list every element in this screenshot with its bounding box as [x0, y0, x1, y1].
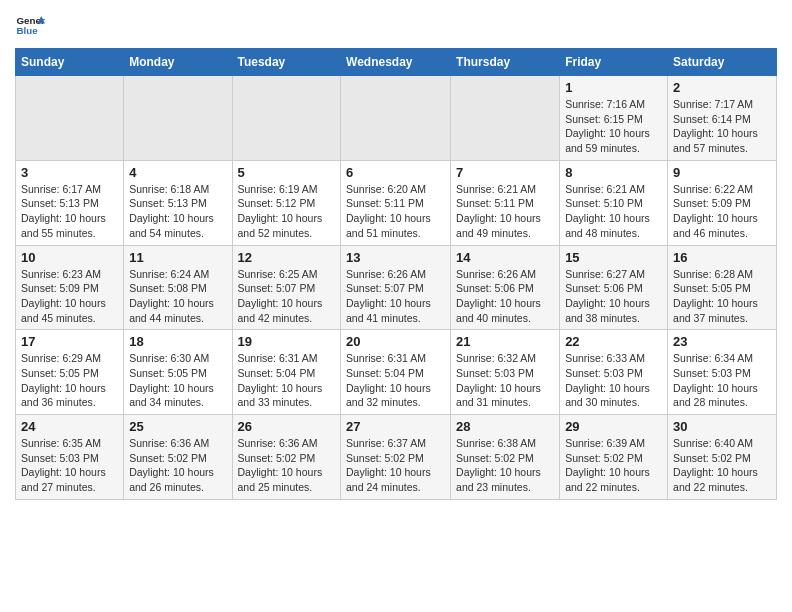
day-number: 12 [238, 250, 336, 265]
calendar-cell: 30Sunrise: 6:40 AM Sunset: 5:02 PM Dayli… [668, 415, 777, 500]
calendar-cell: 29Sunrise: 6:39 AM Sunset: 5:02 PM Dayli… [560, 415, 668, 500]
header: General Blue [15, 10, 777, 40]
day-number: 22 [565, 334, 662, 349]
col-header-thursday: Thursday [451, 49, 560, 76]
day-number: 17 [21, 334, 118, 349]
day-number: 25 [129, 419, 226, 434]
day-info: Sunrise: 6:40 AM Sunset: 5:02 PM Dayligh… [673, 437, 758, 493]
day-number: 27 [346, 419, 445, 434]
calendar-cell [451, 76, 560, 161]
logo-icon: General Blue [15, 10, 45, 40]
day-info: Sunrise: 6:35 AM Sunset: 5:03 PM Dayligh… [21, 437, 106, 493]
calendar-cell: 26Sunrise: 6:36 AM Sunset: 5:02 PM Dayli… [232, 415, 341, 500]
day-info: Sunrise: 6:32 AM Sunset: 5:03 PM Dayligh… [456, 352, 541, 408]
col-header-monday: Monday [124, 49, 232, 76]
calendar-cell: 13Sunrise: 6:26 AM Sunset: 5:07 PM Dayli… [341, 245, 451, 330]
day-info: Sunrise: 6:39 AM Sunset: 5:02 PM Dayligh… [565, 437, 650, 493]
day-info: Sunrise: 6:33 AM Sunset: 5:03 PM Dayligh… [565, 352, 650, 408]
calendar-cell: 8Sunrise: 6:21 AM Sunset: 5:10 PM Daylig… [560, 160, 668, 245]
calendar-cell: 11Sunrise: 6:24 AM Sunset: 5:08 PM Dayli… [124, 245, 232, 330]
day-info: Sunrise: 6:30 AM Sunset: 5:05 PM Dayligh… [129, 352, 214, 408]
calendar-cell: 7Sunrise: 6:21 AM Sunset: 5:11 PM Daylig… [451, 160, 560, 245]
calendar-table: SundayMondayTuesdayWednesdayThursdayFrid… [15, 48, 777, 500]
day-info: Sunrise: 6:20 AM Sunset: 5:11 PM Dayligh… [346, 183, 431, 239]
calendar-cell: 20Sunrise: 6:31 AM Sunset: 5:04 PM Dayli… [341, 330, 451, 415]
day-number: 10 [21, 250, 118, 265]
day-info: Sunrise: 6:37 AM Sunset: 5:02 PM Dayligh… [346, 437, 431, 493]
day-info: Sunrise: 6:26 AM Sunset: 5:07 PM Dayligh… [346, 268, 431, 324]
day-info: Sunrise: 6:22 AM Sunset: 5:09 PM Dayligh… [673, 183, 758, 239]
calendar-cell: 9Sunrise: 6:22 AM Sunset: 5:09 PM Daylig… [668, 160, 777, 245]
day-number: 19 [238, 334, 336, 349]
calendar-cell: 6Sunrise: 6:20 AM Sunset: 5:11 PM Daylig… [341, 160, 451, 245]
day-info: Sunrise: 6:31 AM Sunset: 5:04 PM Dayligh… [238, 352, 323, 408]
day-info: Sunrise: 6:23 AM Sunset: 5:09 PM Dayligh… [21, 268, 106, 324]
day-number: 21 [456, 334, 554, 349]
day-number: 11 [129, 250, 226, 265]
calendar-cell [16, 76, 124, 161]
day-info: Sunrise: 6:17 AM Sunset: 5:13 PM Dayligh… [21, 183, 106, 239]
day-info: Sunrise: 6:36 AM Sunset: 5:02 PM Dayligh… [238, 437, 323, 493]
calendar-cell: 2Sunrise: 7:17 AM Sunset: 6:14 PM Daylig… [668, 76, 777, 161]
col-header-wednesday: Wednesday [341, 49, 451, 76]
day-info: Sunrise: 7:16 AM Sunset: 6:15 PM Dayligh… [565, 98, 650, 154]
day-info: Sunrise: 6:18 AM Sunset: 5:13 PM Dayligh… [129, 183, 214, 239]
day-number: 13 [346, 250, 445, 265]
calendar-cell [232, 76, 341, 161]
day-info: Sunrise: 6:28 AM Sunset: 5:05 PM Dayligh… [673, 268, 758, 324]
day-number: 28 [456, 419, 554, 434]
day-info: Sunrise: 6:25 AM Sunset: 5:07 PM Dayligh… [238, 268, 323, 324]
calendar-cell: 23Sunrise: 6:34 AM Sunset: 5:03 PM Dayli… [668, 330, 777, 415]
svg-text:Blue: Blue [17, 25, 39, 36]
calendar-cell: 4Sunrise: 6:18 AM Sunset: 5:13 PM Daylig… [124, 160, 232, 245]
calendar-cell: 14Sunrise: 6:26 AM Sunset: 5:06 PM Dayli… [451, 245, 560, 330]
day-number: 5 [238, 165, 336, 180]
calendar-cell: 17Sunrise: 6:29 AM Sunset: 5:05 PM Dayli… [16, 330, 124, 415]
day-number: 14 [456, 250, 554, 265]
day-number: 15 [565, 250, 662, 265]
day-number: 30 [673, 419, 771, 434]
day-number: 16 [673, 250, 771, 265]
calendar-cell [124, 76, 232, 161]
calendar-cell: 15Sunrise: 6:27 AM Sunset: 5:06 PM Dayli… [560, 245, 668, 330]
day-number: 29 [565, 419, 662, 434]
day-number: 2 [673, 80, 771, 95]
day-number: 23 [673, 334, 771, 349]
calendar-cell: 22Sunrise: 6:33 AM Sunset: 5:03 PM Dayli… [560, 330, 668, 415]
day-number: 1 [565, 80, 662, 95]
calendar-cell: 19Sunrise: 6:31 AM Sunset: 5:04 PM Dayli… [232, 330, 341, 415]
day-number: 9 [673, 165, 771, 180]
calendar-cell: 5Sunrise: 6:19 AM Sunset: 5:12 PM Daylig… [232, 160, 341, 245]
calendar-cell: 1Sunrise: 7:16 AM Sunset: 6:15 PM Daylig… [560, 76, 668, 161]
calendar-cell: 3Sunrise: 6:17 AM Sunset: 5:13 PM Daylig… [16, 160, 124, 245]
calendar-cell: 24Sunrise: 6:35 AM Sunset: 5:03 PM Dayli… [16, 415, 124, 500]
day-number: 24 [21, 419, 118, 434]
day-info: Sunrise: 6:29 AM Sunset: 5:05 PM Dayligh… [21, 352, 106, 408]
day-number: 6 [346, 165, 445, 180]
day-info: Sunrise: 6:27 AM Sunset: 5:06 PM Dayligh… [565, 268, 650, 324]
calendar-cell: 10Sunrise: 6:23 AM Sunset: 5:09 PM Dayli… [16, 245, 124, 330]
day-info: Sunrise: 6:19 AM Sunset: 5:12 PM Dayligh… [238, 183, 323, 239]
col-header-sunday: Sunday [16, 49, 124, 76]
calendar-cell: 12Sunrise: 6:25 AM Sunset: 5:07 PM Dayli… [232, 245, 341, 330]
col-header-saturday: Saturday [668, 49, 777, 76]
day-number: 26 [238, 419, 336, 434]
logo: General Blue [15, 10, 45, 40]
day-info: Sunrise: 6:36 AM Sunset: 5:02 PM Dayligh… [129, 437, 214, 493]
day-info: Sunrise: 6:31 AM Sunset: 5:04 PM Dayligh… [346, 352, 431, 408]
calendar-cell: 16Sunrise: 6:28 AM Sunset: 5:05 PM Dayli… [668, 245, 777, 330]
day-number: 7 [456, 165, 554, 180]
col-header-friday: Friday [560, 49, 668, 76]
calendar-cell: 21Sunrise: 6:32 AM Sunset: 5:03 PM Dayli… [451, 330, 560, 415]
day-number: 8 [565, 165, 662, 180]
day-info: Sunrise: 6:21 AM Sunset: 5:10 PM Dayligh… [565, 183, 650, 239]
calendar-cell: 25Sunrise: 6:36 AM Sunset: 5:02 PM Dayli… [124, 415, 232, 500]
day-number: 3 [21, 165, 118, 180]
day-number: 20 [346, 334, 445, 349]
day-info: Sunrise: 6:26 AM Sunset: 5:06 PM Dayligh… [456, 268, 541, 324]
calendar-cell [341, 76, 451, 161]
day-number: 18 [129, 334, 226, 349]
day-number: 4 [129, 165, 226, 180]
day-info: Sunrise: 6:24 AM Sunset: 5:08 PM Dayligh… [129, 268, 214, 324]
calendar-cell: 18Sunrise: 6:30 AM Sunset: 5:05 PM Dayli… [124, 330, 232, 415]
